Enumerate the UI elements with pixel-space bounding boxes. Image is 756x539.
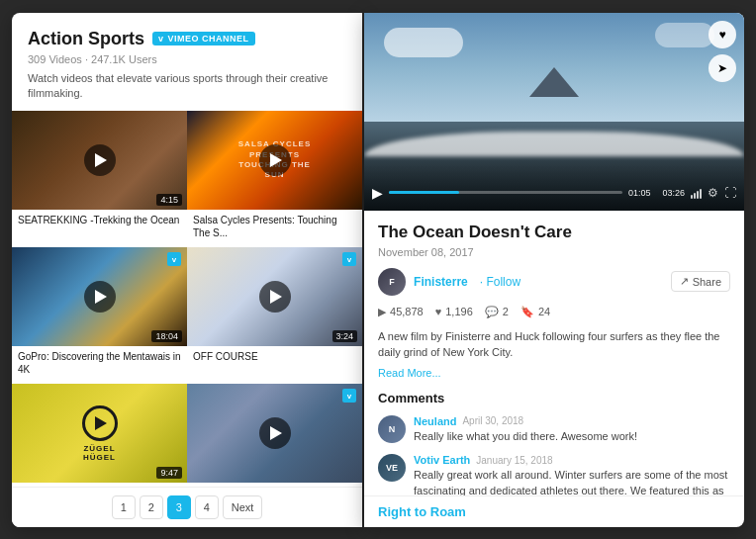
vimeo-v-icon-6: v — [342, 389, 356, 403]
page-3-button[interactable]: 3 — [167, 495, 191, 519]
zugel-play-icon — [95, 416, 107, 430]
total-time: 03:26 — [662, 188, 685, 198]
stats-row: ▶ 45,878 ♥ 1,196 💬 2 🔖 24 — [378, 306, 730, 318]
main-container: Action Sports v VIMEO CHANNEL 309 Videos… — [12, 13, 744, 527]
channel-meta: 309 Videos · 247.1K Users — [28, 53, 346, 65]
comment-author-1[interactable]: Votiv Earth — [414, 454, 470, 466]
send-button[interactable]: ➤ — [709, 54, 736, 82]
play-triangle-icon-6 — [270, 426, 282, 440]
video-item-3[interactable]: v 18:04 GoPro: Discovering the Mentawais… — [12, 247, 187, 384]
likes-count: 1,196 — [445, 306, 473, 317]
video-description: A new film by Finisterre and Huck follow… — [378, 328, 730, 361]
comment-author-0[interactable]: Neuland — [414, 415, 456, 427]
channel-name-link[interactable]: Finisterre — [414, 275, 468, 289]
progress-fill — [389, 191, 459, 194]
video-date: November 08, 2017 — [378, 246, 730, 258]
video-item-2[interactable]: SALSA CYCLES PRESENTSTOUCHING THE SUN Sa… — [187, 111, 362, 247]
video-title: The Ocean Doesn't Care — [378, 223, 730, 242]
mountain-shape — [529, 67, 579, 97]
heart-button[interactable]: ♥ — [709, 21, 736, 48]
left-panel: Action Sports v VIMEO CHANNEL 309 Videos… — [12, 13, 362, 527]
play-button-2[interactable] — [259, 144, 291, 176]
channel-avatar: F — [378, 268, 406, 296]
read-more-link[interactable]: Read More... — [378, 367, 730, 379]
channel-title-row: Action Sports v VIMEO CHANNEL — [28, 29, 346, 49]
player-top-icons: ♥ ➤ — [709, 21, 736, 82]
vimeo-badge-label: VIMEO CHANNEL — [168, 34, 249, 44]
stat-likes: ♥ 1,196 — [435, 306, 473, 317]
duration-badge-4: 3:24 — [332, 330, 358, 342]
page-1-button[interactable]: 1 — [112, 495, 136, 519]
video-label-3: GoPro: Discovering the Mentawais in 4K — [12, 346, 187, 384]
video-grid: 4:15 SEATREKKING -Trekking the Ocean SAL… — [12, 111, 362, 486]
video-thumbnail-3: v 18:04 — [12, 247, 187, 346]
comment-author-row-1: Votiv Earth January 15, 2018 — [414, 454, 730, 466]
zugel-text: ZÜGELHÜGEL — [83, 444, 116, 462]
comment-body-0: Neuland April 30, 2018 Really like what … — [414, 415, 637, 444]
video-thumbnail-6: v — [187, 384, 362, 483]
video-item-6[interactable]: v Black Diamond Presents: Rhythm — [187, 384, 362, 486]
play-button-3[interactable] — [84, 281, 116, 313]
fullscreen-icon[interactable]: ⛶ — [724, 186, 736, 200]
comment-avatar-0: N — [378, 415, 406, 443]
video-label-4: OFF COURSE — [187, 346, 362, 371]
video-info: The Ocean Doesn't Care November 08, 2017… — [364, 211, 744, 495]
video-label-1: SEATREKKING -Trekking the Ocean — [12, 210, 187, 234]
video-thumbnail-4: v 3:24 — [187, 247, 362, 346]
comment-item-1: VE Votiv Earth January 15, 2018 Really g… — [378, 454, 730, 494]
channel-description: Watch videos that elevate various sports… — [28, 71, 346, 102]
play-triangle-icon-2 — [270, 153, 282, 167]
likes-icon: ♥ — [435, 306, 442, 317]
comment-avatar-1: VE — [378, 454, 406, 482]
comment-text-0: Really like what you did there. Awesome … — [414, 429, 637, 444]
video-thumbnail-2: SALSA CYCLES PRESENTSTOUCHING THE SUN — [187, 111, 362, 210]
video-label-5: Zügel The Hügel // Full Part // BIRDS BR… — [12, 483, 187, 486]
video-item-4[interactable]: v 3:24 OFF COURSE — [187, 247, 362, 384]
comment-body-1: Votiv Earth January 15, 2018 Really grea… — [414, 454, 730, 494]
video-thumbnail-5: ZÜGELHÜGEL 9:47 — [12, 384, 187, 483]
duration-badge-1: 4:15 — [156, 194, 182, 206]
collections-count: 24 — [538, 306, 550, 317]
video-item-5[interactable]: ZÜGELHÜGEL 9:47 Zügel The Hügel // Full … — [12, 384, 187, 486]
vimeo-channel-badge: v VIMEO CHANNEL — [152, 32, 255, 45]
play-triangle-icon-4 — [270, 290, 282, 304]
comment-date-0: April 30, 2018 — [462, 415, 523, 426]
play-triangle-icon-3 — [95, 290, 107, 304]
comment-author-row-0: Neuland April 30, 2018 — [414, 415, 637, 427]
video-item-1[interactable]: 4:15 SEATREKKING -Trekking the Ocean — [12, 111, 187, 247]
progress-bar[interactable] — [389, 191, 622, 194]
stat-collections: 🔖 24 — [520, 306, 550, 318]
cloud-1 — [384, 28, 463, 57]
share-button[interactable]: ↗ Share — [671, 271, 730, 292]
page-4-button[interactable]: 4 — [195, 495, 219, 519]
channel-header: Action Sports v VIMEO CHANNEL 309 Videos… — [12, 13, 362, 112]
follow-link[interactable]: · Follow — [480, 275, 520, 289]
right-panel: ♥ ➤ ▶ 01:05 03:26 — [364, 13, 744, 527]
comments-count: 2 — [503, 306, 509, 317]
plays-icon: ▶ — [378, 306, 386, 318]
video-label-6: Black Diamond Presents: Rhythm — [187, 483, 362, 486]
play-pause-button[interactable]: ▶ — [372, 185, 383, 201]
video-thumbnail-1: 4:15 — [12, 111, 187, 210]
video-label-2: Salsa Cycles Presents: Touching The S... — [187, 210, 362, 247]
play-button-4[interactable] — [259, 281, 291, 313]
share-icon: ↗ — [680, 275, 689, 288]
share-label: Share — [693, 276, 721, 288]
video-player[interactable]: ♥ ➤ ▶ 01:05 03:26 — [364, 13, 744, 211]
duration-badge-3: 18:04 — [151, 330, 182, 342]
settings-icon[interactable]: ⚙ — [708, 186, 718, 200]
progress-bar-container: ▶ 01:05 03:26 ⚙ ⛶ — [372, 185, 736, 201]
current-time: 01:05 — [628, 188, 651, 198]
comments-icon: 💬 — [485, 306, 499, 318]
zugel-circle — [82, 405, 118, 441]
comment-text-1: Really great work all around. Winter sur… — [414, 468, 730, 494]
comment-date-1: January 15, 2018 — [476, 455, 552, 466]
page-next-button[interactable]: Next — [223, 495, 263, 519]
page-2-button[interactable]: 2 — [140, 495, 163, 519]
right-to-roam-link[interactable]: Right to Roam — [364, 495, 744, 527]
channel-row: F Finisterre · Follow ↗ Share — [378, 268, 730, 296]
stat-plays: ▶ 45,878 — [378, 306, 424, 318]
play-button-1[interactable] — [84, 144, 116, 176]
vimeo-v-icon-3: v — [167, 252, 181, 266]
play-button-6[interactable] — [259, 417, 291, 449]
